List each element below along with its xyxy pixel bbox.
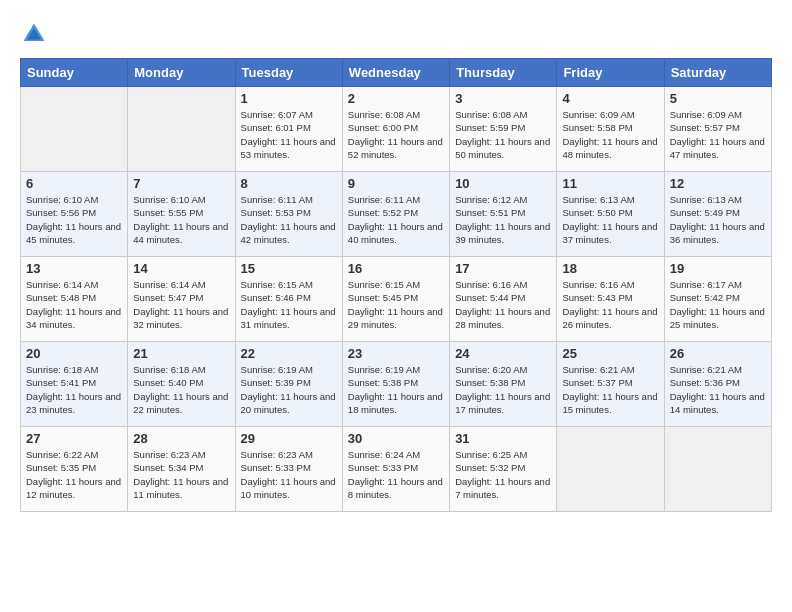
calendar-cell: 25Sunrise: 6:21 AM Sunset: 5:37 PM Dayli… xyxy=(557,342,664,427)
calendar-cell: 9Sunrise: 6:11 AM Sunset: 5:52 PM Daylig… xyxy=(342,172,449,257)
calendar-cell: 22Sunrise: 6:19 AM Sunset: 5:39 PM Dayli… xyxy=(235,342,342,427)
calendar-cell: 23Sunrise: 6:19 AM Sunset: 5:38 PM Dayli… xyxy=(342,342,449,427)
day-info: Sunrise: 6:11 AM Sunset: 5:52 PM Dayligh… xyxy=(348,193,444,246)
day-info: Sunrise: 6:08 AM Sunset: 6:00 PM Dayligh… xyxy=(348,108,444,161)
day-number: 8 xyxy=(241,176,337,191)
day-number: 19 xyxy=(670,261,766,276)
day-number: 7 xyxy=(133,176,229,191)
day-number: 6 xyxy=(26,176,122,191)
day-info: Sunrise: 6:15 AM Sunset: 5:46 PM Dayligh… xyxy=(241,278,337,331)
calendar-cell: 4Sunrise: 6:09 AM Sunset: 5:58 PM Daylig… xyxy=(557,87,664,172)
day-info: Sunrise: 6:09 AM Sunset: 5:57 PM Dayligh… xyxy=(670,108,766,161)
day-info: Sunrise: 6:24 AM Sunset: 5:33 PM Dayligh… xyxy=(348,448,444,501)
column-header-monday: Monday xyxy=(128,59,235,87)
day-info: Sunrise: 6:10 AM Sunset: 5:56 PM Dayligh… xyxy=(26,193,122,246)
calendar-cell: 5Sunrise: 6:09 AM Sunset: 5:57 PM Daylig… xyxy=(664,87,771,172)
day-info: Sunrise: 6:08 AM Sunset: 5:59 PM Dayligh… xyxy=(455,108,551,161)
calendar-cell: 13Sunrise: 6:14 AM Sunset: 5:48 PM Dayli… xyxy=(21,257,128,342)
day-info: Sunrise: 6:16 AM Sunset: 5:43 PM Dayligh… xyxy=(562,278,658,331)
day-info: Sunrise: 6:17 AM Sunset: 5:42 PM Dayligh… xyxy=(670,278,766,331)
day-info: Sunrise: 6:13 AM Sunset: 5:50 PM Dayligh… xyxy=(562,193,658,246)
calendar-cell: 27Sunrise: 6:22 AM Sunset: 5:35 PM Dayli… xyxy=(21,427,128,512)
day-number: 13 xyxy=(26,261,122,276)
column-header-thursday: Thursday xyxy=(450,59,557,87)
day-number: 26 xyxy=(670,346,766,361)
day-info: Sunrise: 6:18 AM Sunset: 5:40 PM Dayligh… xyxy=(133,363,229,416)
calendar-cell: 10Sunrise: 6:12 AM Sunset: 5:51 PM Dayli… xyxy=(450,172,557,257)
calendar-cell: 2Sunrise: 6:08 AM Sunset: 6:00 PM Daylig… xyxy=(342,87,449,172)
day-info: Sunrise: 6:25 AM Sunset: 5:32 PM Dayligh… xyxy=(455,448,551,501)
page-header xyxy=(20,20,772,48)
day-number: 28 xyxy=(133,431,229,446)
day-info: Sunrise: 6:23 AM Sunset: 5:33 PM Dayligh… xyxy=(241,448,337,501)
calendar-cell: 29Sunrise: 6:23 AM Sunset: 5:33 PM Dayli… xyxy=(235,427,342,512)
day-info: Sunrise: 6:20 AM Sunset: 5:38 PM Dayligh… xyxy=(455,363,551,416)
calendar-cell: 30Sunrise: 6:24 AM Sunset: 5:33 PM Dayli… xyxy=(342,427,449,512)
day-number: 27 xyxy=(26,431,122,446)
calendar-cell: 15Sunrise: 6:15 AM Sunset: 5:46 PM Dayli… xyxy=(235,257,342,342)
calendar-cell: 26Sunrise: 6:21 AM Sunset: 5:36 PM Dayli… xyxy=(664,342,771,427)
calendar-cell xyxy=(557,427,664,512)
calendar-cell: 14Sunrise: 6:14 AM Sunset: 5:47 PM Dayli… xyxy=(128,257,235,342)
day-number: 12 xyxy=(670,176,766,191)
calendar-cell xyxy=(664,427,771,512)
day-number: 9 xyxy=(348,176,444,191)
day-number: 1 xyxy=(241,91,337,106)
day-number: 5 xyxy=(670,91,766,106)
calendar-cell: 17Sunrise: 6:16 AM Sunset: 5:44 PM Dayli… xyxy=(450,257,557,342)
calendar-cell: 7Sunrise: 6:10 AM Sunset: 5:55 PM Daylig… xyxy=(128,172,235,257)
logo-icon xyxy=(20,20,48,48)
day-number: 25 xyxy=(562,346,658,361)
day-number: 15 xyxy=(241,261,337,276)
day-number: 10 xyxy=(455,176,551,191)
calendar-cell: 21Sunrise: 6:18 AM Sunset: 5:40 PM Dayli… xyxy=(128,342,235,427)
day-info: Sunrise: 6:21 AM Sunset: 5:36 PM Dayligh… xyxy=(670,363,766,416)
calendar-cell: 8Sunrise: 6:11 AM Sunset: 5:53 PM Daylig… xyxy=(235,172,342,257)
day-info: Sunrise: 6:11 AM Sunset: 5:53 PM Dayligh… xyxy=(241,193,337,246)
calendar-cell: 24Sunrise: 6:20 AM Sunset: 5:38 PM Dayli… xyxy=(450,342,557,427)
column-header-tuesday: Tuesday xyxy=(235,59,342,87)
calendar-cell: 11Sunrise: 6:13 AM Sunset: 5:50 PM Dayli… xyxy=(557,172,664,257)
calendar-cell: 28Sunrise: 6:23 AM Sunset: 5:34 PM Dayli… xyxy=(128,427,235,512)
calendar-cell: 19Sunrise: 6:17 AM Sunset: 5:42 PM Dayli… xyxy=(664,257,771,342)
calendar-week-row: 27Sunrise: 6:22 AM Sunset: 5:35 PM Dayli… xyxy=(21,427,772,512)
day-info: Sunrise: 6:13 AM Sunset: 5:49 PM Dayligh… xyxy=(670,193,766,246)
day-number: 18 xyxy=(562,261,658,276)
calendar-cell: 18Sunrise: 6:16 AM Sunset: 5:43 PM Dayli… xyxy=(557,257,664,342)
calendar-cell: 1Sunrise: 6:07 AM Sunset: 6:01 PM Daylig… xyxy=(235,87,342,172)
column-header-saturday: Saturday xyxy=(664,59,771,87)
day-number: 31 xyxy=(455,431,551,446)
day-info: Sunrise: 6:14 AM Sunset: 5:48 PM Dayligh… xyxy=(26,278,122,331)
day-number: 22 xyxy=(241,346,337,361)
calendar-cell: 12Sunrise: 6:13 AM Sunset: 5:49 PM Dayli… xyxy=(664,172,771,257)
day-info: Sunrise: 6:07 AM Sunset: 6:01 PM Dayligh… xyxy=(241,108,337,161)
day-number: 2 xyxy=(348,91,444,106)
day-number: 29 xyxy=(241,431,337,446)
day-info: Sunrise: 6:09 AM Sunset: 5:58 PM Dayligh… xyxy=(562,108,658,161)
column-header-friday: Friday xyxy=(557,59,664,87)
calendar-week-row: 13Sunrise: 6:14 AM Sunset: 5:48 PM Dayli… xyxy=(21,257,772,342)
logo xyxy=(20,20,52,48)
day-info: Sunrise: 6:18 AM Sunset: 5:41 PM Dayligh… xyxy=(26,363,122,416)
day-number: 3 xyxy=(455,91,551,106)
day-info: Sunrise: 6:23 AM Sunset: 5:34 PM Dayligh… xyxy=(133,448,229,501)
day-number: 21 xyxy=(133,346,229,361)
calendar-header-row: SundayMondayTuesdayWednesdayThursdayFrid… xyxy=(21,59,772,87)
day-info: Sunrise: 6:12 AM Sunset: 5:51 PM Dayligh… xyxy=(455,193,551,246)
day-number: 20 xyxy=(26,346,122,361)
day-info: Sunrise: 6:19 AM Sunset: 5:39 PM Dayligh… xyxy=(241,363,337,416)
day-number: 14 xyxy=(133,261,229,276)
day-number: 24 xyxy=(455,346,551,361)
calendar-week-row: 6Sunrise: 6:10 AM Sunset: 5:56 PM Daylig… xyxy=(21,172,772,257)
day-number: 4 xyxy=(562,91,658,106)
calendar-week-row: 20Sunrise: 6:18 AM Sunset: 5:41 PM Dayli… xyxy=(21,342,772,427)
calendar-cell xyxy=(21,87,128,172)
calendar-table: SundayMondayTuesdayWednesdayThursdayFrid… xyxy=(20,58,772,512)
day-number: 16 xyxy=(348,261,444,276)
calendar-week-row: 1Sunrise: 6:07 AM Sunset: 6:01 PM Daylig… xyxy=(21,87,772,172)
calendar-cell: 3Sunrise: 6:08 AM Sunset: 5:59 PM Daylig… xyxy=(450,87,557,172)
day-info: Sunrise: 6:19 AM Sunset: 5:38 PM Dayligh… xyxy=(348,363,444,416)
calendar-cell: 20Sunrise: 6:18 AM Sunset: 5:41 PM Dayli… xyxy=(21,342,128,427)
day-number: 17 xyxy=(455,261,551,276)
day-number: 30 xyxy=(348,431,444,446)
